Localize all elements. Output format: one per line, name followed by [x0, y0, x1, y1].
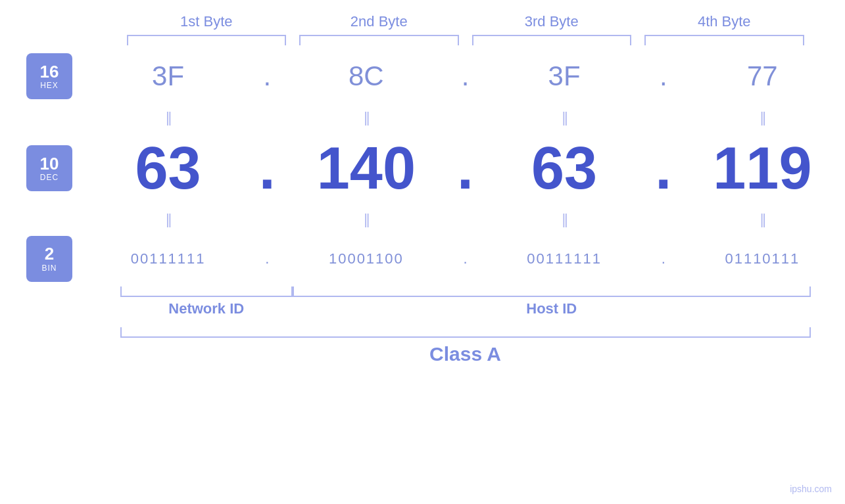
bin-dot3: . — [662, 250, 665, 267]
hex-badge-number: 16 — [40, 62, 59, 81]
values-column: 3F . 8C . 3F . 77 — [85, 50, 845, 283]
equals-2-b3: || — [562, 214, 566, 225]
class-section: Class A — [120, 327, 811, 365]
bin-badge-number: 2 — [45, 244, 54, 263]
equals-1-b1: || — [166, 112, 170, 124]
network-bracket — [120, 286, 293, 297]
bin-badge-label: BIN — [41, 263, 57, 273]
hex-dot3: . — [660, 60, 667, 92]
hex-b3: 3F — [548, 60, 581, 92]
bin-row: 00111111 . 10001100 . 00111111 . — [85, 234, 845, 283]
bin-b1: 00111111 — [131, 250, 206, 267]
dec-b3: 63 — [531, 135, 597, 202]
hex-b1: 3F — [152, 60, 184, 92]
hex-b2: 8C — [349, 60, 384, 92]
hex-dot1: . — [263, 60, 271, 92]
class-bracket — [120, 327, 811, 338]
bottom-section: Network ID Host ID — [120, 286, 811, 317]
watermark: ipshu.com — [790, 484, 832, 494]
bin-dot2: . — [463, 250, 467, 267]
byte2-bracket — [299, 35, 459, 45]
byte4-bracket — [644, 35, 804, 45]
dec-dot2: . — [457, 135, 473, 202]
hex-b4: 77 — [747, 60, 778, 92]
badges-column: 16 HEX 10 DEC 2 BIN — [0, 50, 85, 283]
hex-row: 3F . 8C . 3F . 77 — [85, 50, 845, 103]
bin-dot1: . — [265, 250, 269, 267]
hex-badge: 16 HEX — [26, 53, 72, 99]
byte4-label: 4th Byte — [638, 13, 811, 34]
network-id-label: Network ID — [120, 300, 293, 317]
equals-2-b1: || — [166, 214, 170, 225]
byte1-label: 1st Byte — [120, 13, 293, 34]
bin-badge: 2 BIN — [26, 236, 72, 282]
dec-row: 63 . 140 . 63 . 119 — [85, 132, 845, 204]
class-label: Class A — [120, 343, 811, 365]
dec-badge-number: 10 — [40, 154, 59, 173]
byte3-bracket — [472, 35, 632, 45]
equals-1-b2: || — [364, 112, 368, 124]
dec-b2: 140 — [317, 135, 416, 202]
equals-row-1: || || || || — [85, 103, 845, 132]
dec-badge-label: DEC — [40, 173, 59, 182]
dec-b1: 63 — [135, 135, 201, 202]
dec-b4: 119 — [713, 135, 811, 202]
hex-badge-label: HEX — [40, 81, 59, 90]
equals-row-2: || || || || — [85, 204, 845, 234]
dec-dot3: . — [655, 135, 671, 202]
equals-2-b2: || — [364, 214, 368, 225]
byte1-bracket — [127, 35, 287, 45]
host-id-label: Host ID — [293, 300, 811, 317]
dec-badge: 10 DEC — [26, 145, 72, 191]
bin-b2: 10001100 — [329, 250, 404, 267]
bin-b3: 00111111 — [527, 250, 602, 267]
dec-dot1: . — [259, 135, 276, 202]
equals-1-b4: || — [760, 112, 765, 124]
byte3-label: 3rd Byte — [466, 13, 639, 34]
byte2-label: 2nd Byte — [293, 13, 466, 34]
equals-1-b3: || — [562, 112, 566, 124]
hex-dot2: . — [462, 60, 470, 92]
host-bracket — [293, 286, 811, 297]
bin-b4: 01110111 — [725, 250, 800, 267]
equals-2-b4: || — [760, 214, 765, 225]
